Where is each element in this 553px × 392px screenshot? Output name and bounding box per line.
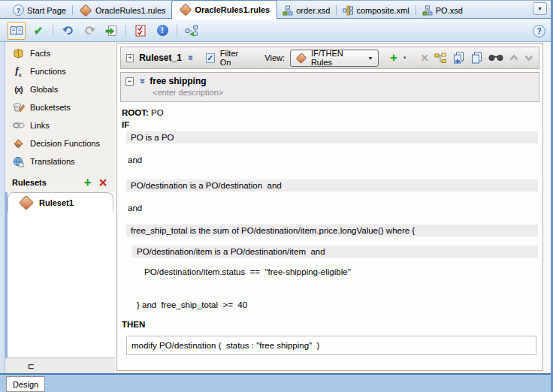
validate-check-icon: ✔ xyxy=(34,24,44,38)
sidebar-item-functions[interactable]: fx Functions xyxy=(5,62,115,80)
tab-oraclerules1-rules[interactable]: OracleRules1.rules xyxy=(74,2,171,18)
ruleset-diamond-icon xyxy=(19,195,34,210)
tab-separator xyxy=(336,5,337,15)
condition-row[interactable]: PO/destination is a PO/destination and xyxy=(126,179,538,191)
tab-oraclerules1-rules-active[interactable]: OracleRules1.rules xyxy=(171,0,278,19)
sidebar-item-label: Decision Functions xyxy=(30,139,100,148)
document-tabbar: ? Start Page OracleRules1.rules OracleRu… xyxy=(0,0,553,19)
facts-icon xyxy=(12,48,25,59)
tab-start-page[interactable]: ? Start Page xyxy=(8,2,71,18)
add-ruleset-icon[interactable]: + xyxy=(84,177,91,188)
sidebar-item-links[interactable]: Links xyxy=(5,116,115,134)
ruleset-title: Ruleset_1 xyxy=(139,53,182,63)
rules-diamond-icon xyxy=(179,4,192,17)
validate-button[interactable]: ✔ xyxy=(29,22,47,40)
action-row[interactable]: modify PO/destination ( status : "free s… xyxy=(126,336,536,355)
tab-label: composite.xml xyxy=(356,6,409,15)
root-value[interactable]: PO xyxy=(151,108,164,117)
sidebar-item-facts[interactable]: Facts xyxy=(5,44,115,62)
tab-composite-xml[interactable]: composite.xml xyxy=(337,2,414,18)
sidebar-item-label: Globals xyxy=(30,85,58,94)
sidebar-item-globals[interactable]: (x) Globals xyxy=(5,80,115,98)
copy-rule-plus-icon[interactable] xyxy=(452,52,464,64)
ruleset-toolbar: + Ruleset_1 « ✓ Filter On View: IF/THEN … xyxy=(120,47,539,69)
sidebar-item-translations[interactable]: Translations xyxy=(5,152,115,170)
rule-header: − « free shipping <enter description> xyxy=(120,72,539,102)
delete-ruleset-icon[interactable]: ✕ xyxy=(98,177,107,188)
help-button[interactable]: ? xyxy=(533,25,545,38)
collapse-icon[interactable]: − xyxy=(125,77,134,86)
content-area: Facts fx Functions (x) Globals Bucketset… xyxy=(5,42,551,373)
condition-connector[interactable]: and xyxy=(122,155,539,165)
delete-rule-button[interactable]: ✕ xyxy=(420,52,429,64)
expand-icon[interactable]: + xyxy=(126,54,134,62)
report-problems-button[interactable]: ! xyxy=(153,22,171,40)
tab-overflow-button[interactable]: ▼ xyxy=(533,2,547,15)
refactor-button[interactable] xyxy=(183,22,201,40)
decision-functions-icon: fx xyxy=(12,138,25,149)
filter-on-checkbox[interactable]: ✓ xyxy=(206,53,215,63)
view-label: View: xyxy=(264,53,285,62)
rulesets-header: Rulesets + ✕ xyxy=(5,175,115,190)
add-rule-caret-icon[interactable]: ▼ xyxy=(403,56,407,60)
test-glasses-icon[interactable] xyxy=(488,54,503,62)
dictionary-icon xyxy=(10,26,23,36)
add-rule-button[interactable]: + xyxy=(390,53,397,63)
tab-order-xsd[interactable]: order.xsd xyxy=(277,2,335,18)
tab-label: OracleRules1.rules xyxy=(95,6,166,15)
view-dropdown[interactable]: IF/THEN Rules ▼ xyxy=(290,50,378,67)
check-rules-button[interactable] xyxy=(131,22,150,40)
generate-to-file-icon xyxy=(105,25,117,37)
move-down-icon[interactable] xyxy=(524,55,533,61)
move-up-icon[interactable] xyxy=(509,55,518,61)
chevron-down-icon: ▼ xyxy=(368,56,373,61)
help-icon: ? xyxy=(13,5,24,16)
if-label: IF xyxy=(122,119,539,130)
condition-row[interactable]: free_ship_total is the sum of PO/destina… xyxy=(126,225,538,237)
condition-row[interactable]: PO is a PO xyxy=(126,131,538,143)
condition-row[interactable]: PO/destination/item.status == "free-ship… xyxy=(122,267,539,277)
redo-icon xyxy=(83,25,96,36)
toolbar-separator xyxy=(177,25,177,37)
editor-mode-bar: Design xyxy=(0,373,553,392)
sidebar-bottom-strip: ⊏ xyxy=(5,357,115,373)
rule-description-placeholder[interactable]: <enter description> xyxy=(153,88,534,97)
design-tab[interactable]: Design xyxy=(6,376,45,392)
schema-icon xyxy=(422,5,433,16)
tab-label: order.xsd xyxy=(296,6,330,15)
chevron-double-down-icon[interactable]: « xyxy=(186,55,193,60)
show-tree-icon[interactable] xyxy=(434,53,446,64)
composite-icon xyxy=(343,5,353,16)
generate-button[interactable] xyxy=(102,22,120,40)
undo-button[interactable] xyxy=(59,22,77,40)
rules-navigator-sidebar: Facts fx Functions (x) Globals Bucketset… xyxy=(5,42,115,373)
tab-po-xsd[interactable]: PO.xsd xyxy=(417,2,468,18)
translations-icon xyxy=(12,156,25,167)
sidebar-item-label: Translations xyxy=(30,157,75,166)
main-toolbar: ✔ ! xyxy=(0,20,553,42)
refactor-icon xyxy=(185,25,198,37)
rule-body: ROOT: PO IF PO is a PO and PO/destinatio… xyxy=(117,102,542,355)
ruleset-editor-panel: + Ruleset_1 « ✓ Filter On View: IF/THEN … xyxy=(116,43,543,371)
dictionary-button[interactable] xyxy=(8,22,26,40)
condition-row[interactable]: } and free_ship_total >= 40 xyxy=(122,300,539,310)
globals-icon: (x) xyxy=(12,85,25,94)
paste-rule-icon[interactable] xyxy=(470,52,482,64)
ruleset1-tab[interactable]: Ruleset1 xyxy=(8,192,113,212)
rules-diamond-icon xyxy=(79,4,92,17)
bucketsets-icon xyxy=(12,102,25,113)
sidebar-item-label: Functions xyxy=(30,67,66,76)
tab-label: Start Page xyxy=(27,6,66,15)
sidebar-nav: Facts fx Functions (x) Globals Bucketset… xyxy=(5,42,115,170)
left-splitter[interactable] xyxy=(0,42,5,373)
sidebar-item-bucketsets[interactable]: Bucketsets xyxy=(5,98,115,116)
redo-button[interactable] xyxy=(80,22,98,40)
sidebar-item-decision-functions[interactable]: fx Decision Functions xyxy=(5,134,115,152)
chevron-double-down-icon[interactable]: « xyxy=(138,78,146,83)
svg-text:fx: fx xyxy=(16,141,20,147)
condition-connector[interactable]: and xyxy=(122,203,539,213)
minimize-panel-icon[interactable]: ⊏ xyxy=(28,362,34,370)
rule-name[interactable]: free shipping xyxy=(150,76,206,86)
condition-row[interactable]: PO/destination/item is a PO/destination/… xyxy=(132,246,538,258)
ruleset-tab-label: Ruleset1 xyxy=(39,198,74,207)
